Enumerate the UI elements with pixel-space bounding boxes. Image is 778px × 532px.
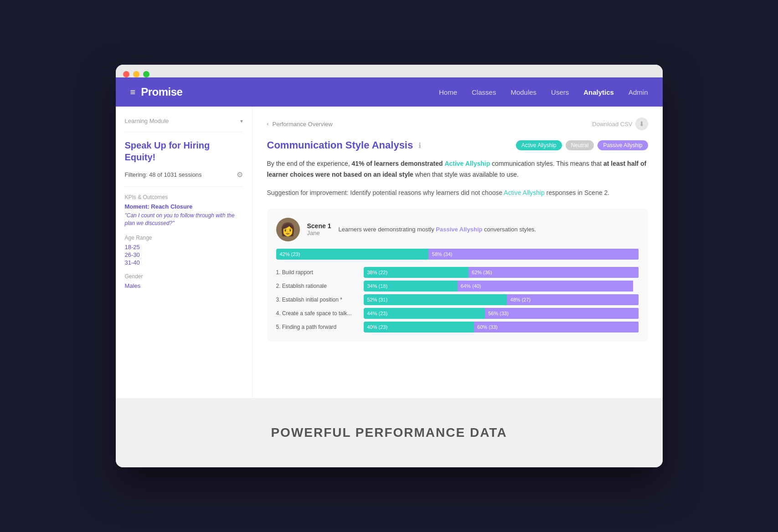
app-logo: Promise [141,86,182,98]
scene-label: Scene 1 [307,222,331,230]
choice-4-teal: 44% (23) [364,308,485,319]
badge-neutral: Neutral [566,140,594,150]
module-selector[interactable]: Learning Module ▾ [125,118,243,124]
sidebar: Learning Module ▾ Speak Up for Hiring Eq… [116,107,252,398]
main-bar-purple: 58% (34) [428,249,639,260]
choice-label-2: 2. Establish rationale [276,283,358,289]
age-range-label: Age Range [125,235,243,241]
gender-value: Males [125,282,243,289]
choice-bar-4: 44% (23) 56% (33) [364,308,639,319]
badges: Active Allyship Neutral Passive Allyship [516,140,648,150]
chevron-down-icon: ▾ [240,118,243,124]
back-icon: ‹ [267,121,269,127]
analysis-description: By the end of the experience, 41% of lea… [267,159,648,180]
nav-modules[interactable]: Modules [510,88,536,96]
choice-4-purple: 56% (33) [484,308,639,319]
scene-name: Jane [307,230,331,236]
choice-3-teal: 52% (31) [364,294,507,305]
filter-row: Filtering: 48 of 1031 sessions ⚙ [125,170,243,187]
choice-bar-3: 52% (31) 48% (27) [364,294,639,305]
choice-label-5: 5. Finding a path forward [276,324,358,330]
age-18-25: 18-25 [125,244,243,251]
desc-active-allyship: Active Allyship [444,160,490,167]
scene-header: 👩 Scene 1 Jane Learners were demonstrati… [276,218,639,241]
nav-classes[interactable]: Classes [472,88,496,96]
table-row: 4. Create a safe space to talk... 44% (2… [276,308,639,319]
badge-active-allyship: Active Allyship [516,140,562,150]
choice-bar-2: 34% (18) 64% (40) [364,281,639,292]
nav-analytics[interactable]: Analytics [583,88,614,96]
main-bar-track: 42% (23) 58% (34) [276,249,639,260]
scene-container: 👩 Scene 1 Jane Learners were demonstrati… [267,209,648,342]
table-row: 3. Establish initial position * 52% (31)… [276,294,639,305]
choice-5-purple: 60% (33) [474,322,639,332]
module-selector-label: Learning Module [125,118,169,124]
avatar: 👩 [276,218,300,241]
main-content: ‹ Performance Overview Download CSV ⬇ Co… [252,107,663,398]
age-31-40: 31-40 [125,259,243,266]
info-icon[interactable]: ℹ [418,141,421,150]
breadcrumb-label: Performance Overview [273,121,333,128]
choice-bar-1: 38% (22) 62% (36) [364,267,639,278]
suggestion: Suggestion for improvement: Identify pot… [267,188,648,198]
kpi-title: Moment: Reach Closure [125,203,243,210]
desc-prefix: By the end of the experience, [267,160,352,167]
main-bar: 42% (23) 58% (34) [276,249,639,260]
desc-suffix2: when that style was available to use. [413,171,519,178]
scene-desc-prefix: Learners were demonstrating mostly [338,226,436,233]
nav-links: Home Classes Modules Users Analytics Adm… [439,88,648,96]
traffic-light-red[interactable] [123,71,129,77]
analysis-title: Communication Style Analysis [267,139,413,151]
choice-5-teal: 40% (23) [364,322,474,332]
nav-bar: ≡ Promise Home Classes Modules Users Ana… [116,77,663,107]
footer-watermark: POWERFUL PERFORMANCE DATA [249,413,529,453]
app-body: Learning Module ▾ Speak Up for Hiring Eq… [116,107,663,398]
hamburger-icon[interactable]: ≡ [130,87,136,97]
download-csv-button[interactable]: Download CSV ⬇ [592,118,648,130]
module-title: Speak Up for Hiring Equity! [125,139,243,163]
footer-section: POWERFUL PERFORMANCE DATA [116,398,663,467]
table-row: 1. Build rapport 38% (22) 62% (36) [276,267,639,278]
choice-label-3: 3. Establish initial position * [276,297,358,303]
main-bar-teal: 42% (23) [276,249,428,260]
nav-home[interactable]: Home [439,88,457,96]
choice-1-purple: 62% (36) [468,267,639,278]
desc-suffix1: communication styles. This means that [490,160,603,167]
breadcrumb[interactable]: ‹ Performance Overview [267,121,333,128]
choice-bar-5: 40% (23) 60% (33) [364,322,639,332]
choice-3-purple: 48% (27) [507,294,639,305]
table-row: 2. Establish rationale 34% (18) 64% (40) [276,281,639,292]
table-row: 5. Finding a path forward 40% (23) 60% (… [276,322,639,332]
choice-1-teal: 38% (22) [364,267,469,278]
choice-2-teal: 34% (18) [364,281,457,292]
scene-info: Scene 1 Jane [307,222,331,236]
download-csv-label: Download CSV [592,121,632,128]
gender-label: Gender [125,273,243,280]
kpis-label: KPIs & Outcomes [125,194,243,200]
scene-desc-suffix: conversation styles. [482,226,536,233]
age-range-values: 18-25 26-30 31-40 [125,244,243,266]
suggestion-prefix: Suggestion for improvement: Identify pot… [267,189,504,196]
badge-passive-allyship: Passive Allyship [598,140,648,150]
download-icon: ⬇ [635,118,648,130]
choice-2-purple: 64% (40) [457,281,634,292]
browser-window: ≡ Promise Home Classes Modules Users Ana… [116,65,663,467]
nav-users[interactable]: Users [551,88,569,96]
suggestion-suffix: responses in Scene 2. [545,189,609,196]
traffic-light-yellow[interactable] [133,71,139,77]
choice-label-1: 1. Build rapport [276,269,358,276]
scene-passive-label: Passive Allyship [436,226,482,233]
choice-label-4: 4. Create a safe space to talk... [276,310,358,317]
age-26-30: 26-30 [125,251,243,258]
nav-admin[interactable]: Admin [629,88,648,96]
choice-rows: 1. Build rapport 38% (22) 62% (36) 2. Es… [276,267,639,332]
filter-text: Filtering: 48 of 1031 sessions [125,171,202,178]
traffic-light-green[interactable] [143,71,149,77]
kpi-quote: "Can I count on you to follow through wi… [125,212,243,227]
suggestion-link: Active Allyship [504,189,544,196]
desc-bold: 41% of learners demonstrated [352,160,445,167]
filter-icon[interactable]: ⚙ [237,170,243,179]
browser-chrome [116,65,663,77]
scene-description: Learners were demonstrating mostly Passi… [338,226,639,233]
breadcrumb-row: ‹ Performance Overview Download CSV ⬇ [267,118,648,130]
